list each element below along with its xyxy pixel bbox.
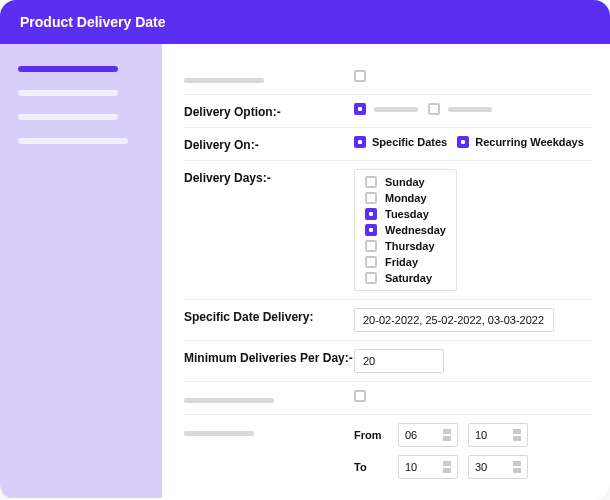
day-label: Wednesday (385, 224, 446, 236)
from-min-value: 10 (475, 429, 487, 441)
delivery-days-label: Delivery Days:- (184, 169, 354, 185)
day-option-thursday[interactable]: Thursday (365, 240, 446, 252)
from-label: From (354, 429, 388, 441)
checkbox-icon (428, 103, 440, 115)
day-option-wednesday[interactable]: Wednesday (365, 224, 446, 236)
sidebar-item-active[interactable] (18, 66, 118, 72)
label-placeholder (184, 398, 274, 403)
day-label: Tuesday (385, 208, 429, 220)
checkbox-icon (354, 136, 366, 148)
min-deliveries-label: Minimum Deliveries Per Day:- (184, 349, 354, 365)
delivery-on-specific[interactable]: Specific Dates (354, 136, 447, 148)
delivery-option-label: Delivery Option:- (184, 103, 354, 119)
row-time-range: From 06 10 To 10 (184, 415, 592, 487)
stepper-buttons (513, 461, 521, 473)
sidebar-item[interactable] (18, 114, 118, 120)
day-option-saturday[interactable]: Saturday (365, 272, 446, 284)
sidebar-item[interactable] (18, 138, 128, 144)
card-body: Delivery Option:- Delivery On:- (0, 44, 610, 498)
min-deliveries-input[interactable] (354, 349, 444, 373)
specific-date-input[interactable] (354, 308, 554, 332)
time-to: To 10 30 (354, 455, 528, 479)
delivery-on-label: Delivery On:- (184, 136, 354, 152)
row-delivery-on: Delivery On:- Specific Dates Recurring W… (184, 128, 592, 161)
checkbox-icon (365, 208, 377, 220)
card-header: Product Delivery Date (0, 0, 610, 44)
from-min-stepper[interactable]: 10 (468, 423, 528, 447)
checkbox-icon (365, 224, 377, 236)
day-option-sunday[interactable]: Sunday (365, 176, 446, 188)
day-option-tuesday[interactable]: Tuesday (365, 208, 446, 220)
main-panel: Delivery Option:- Delivery On:- (162, 44, 610, 498)
days-listbox: SundayMondayTuesdayWednesdayThursdayFrid… (354, 169, 457, 291)
row-specific-date: Specific Date Delivery: (184, 300, 592, 341)
day-option-friday[interactable]: Friday (365, 256, 446, 268)
specific-date-label: Specific Date Delivery: (184, 308, 354, 324)
time-from: From 06 10 (354, 423, 528, 447)
checkbox-icon (365, 192, 377, 204)
row-delivery-days: Delivery Days:- SundayMondayTuesdayWedne… (184, 161, 592, 300)
to-min-value: 30 (475, 461, 487, 473)
delivery-on-specific-label: Specific Dates (372, 136, 447, 148)
option-placeholder (448, 107, 492, 112)
to-hour-stepper[interactable]: 10 (398, 455, 458, 479)
delivery-option-choice-1[interactable] (354, 103, 418, 115)
checkbox-icon (354, 103, 366, 115)
settings-card: Product Delivery Date Delivery Option:- (0, 0, 610, 500)
day-option-monday[interactable]: Monday (365, 192, 446, 204)
sidebar (0, 44, 162, 498)
row-min-deliveries: Minimum Deliveries Per Day:- (184, 341, 592, 382)
checkbox-icon (457, 136, 469, 148)
row-placeholder-2 (184, 382, 592, 415)
checkbox-icon (365, 240, 377, 252)
delivery-on-recurring[interactable]: Recurring Weekdays (457, 136, 584, 148)
checkbox-icon[interactable] (354, 70, 366, 82)
day-label: Sunday (385, 176, 425, 188)
to-label: To (354, 461, 388, 473)
day-label: Thursday (385, 240, 435, 252)
day-label: Saturday (385, 272, 432, 284)
label-placeholder (184, 431, 254, 436)
stepper-buttons (443, 461, 451, 473)
option-placeholder (374, 107, 418, 112)
delivery-option-choice-2[interactable] (428, 103, 492, 115)
card-title: Product Delivery Date (20, 14, 166, 30)
checkbox-icon (365, 176, 377, 188)
delivery-on-recurring-label: Recurring Weekdays (475, 136, 584, 148)
checkbox-icon (365, 272, 377, 284)
to-min-stepper[interactable]: 30 (468, 455, 528, 479)
checkbox-icon[interactable] (354, 390, 366, 402)
from-hour-value: 06 (405, 429, 417, 441)
day-label: Friday (385, 256, 418, 268)
sidebar-item[interactable] (18, 90, 118, 96)
checkbox-icon (365, 256, 377, 268)
to-hour-value: 10 (405, 461, 417, 473)
row-delivery-option: Delivery Option:- (184, 95, 592, 128)
label-placeholder (184, 78, 264, 83)
from-hour-stepper[interactable]: 06 (398, 423, 458, 447)
day-label: Monday (385, 192, 427, 204)
stepper-buttons (443, 429, 451, 441)
row-placeholder-1 (184, 62, 592, 95)
stepper-buttons (513, 429, 521, 441)
